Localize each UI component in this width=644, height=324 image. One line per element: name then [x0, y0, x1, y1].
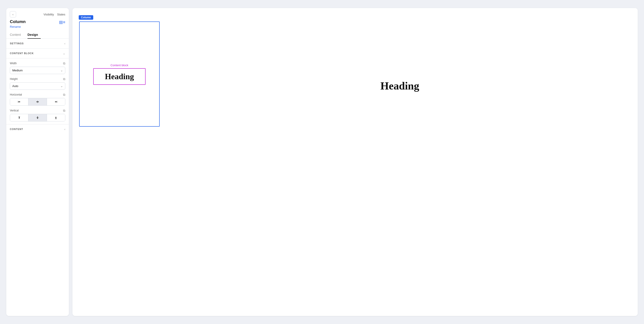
svg-rect-5: [55, 101, 57, 102]
vertical-label: Vertical: [10, 109, 18, 112]
svg-rect-4: [57, 101, 57, 103]
column-badge: Column: [79, 15, 93, 20]
tabs-row: Content Design: [6, 31, 69, 39]
svg-rect-3: [36, 101, 39, 102]
svg-rect-9: [37, 117, 38, 119]
settings-chevron-icon: ‹: [64, 42, 65, 45]
svg-rect-1: [18, 101, 20, 102]
visibility-tab[interactable]: Visibility: [44, 13, 54, 16]
h-align-center-btn[interactable]: [28, 98, 47, 105]
svg-rect-10: [55, 119, 57, 119]
height-select[interactable]: Auto Fixed Fill: [10, 82, 65, 90]
right-canvas: Column Content block Heading Heading: [72, 8, 638, 316]
content-block-label: CONTENT BLOCK: [10, 52, 34, 55]
svg-rect-11: [56, 117, 56, 119]
right-heading: Heading: [380, 80, 419, 92]
content-block-canvas-label: Content block: [110, 64, 128, 67]
height-label: Height: [10, 77, 18, 81]
tab-design[interactable]: Design: [28, 31, 41, 39]
horizontal-align-group: [10, 98, 65, 106]
v-align-bottom-btn[interactable]: [47, 114, 65, 121]
content-chevron-icon: ‹: [64, 128, 65, 131]
vertical-link-icon[interactable]: ⧉: [63, 109, 65, 113]
horizontal-label: Horizontal: [10, 93, 22, 96]
rename-link[interactable]: Rename: [10, 25, 65, 29]
left-panel: ‹ Visibility States Column ▤≡ Rename Con…: [6, 8, 69, 316]
width-link-icon[interactable]: ⧉: [63, 62, 65, 65]
content-block-section: Width ⧉ Small Medium Large Full Height ⧉…: [6, 58, 69, 124]
width-select-wrapper: Small Medium Large Full: [10, 67, 65, 74]
panel-title: Column: [10, 19, 26, 24]
vertical-label-row: Vertical ⧉: [10, 109, 65, 113]
horizontal-link-icon[interactable]: ⧉: [63, 93, 65, 97]
back-button[interactable]: ‹: [10, 11, 16, 18]
panel-top-row: ‹ Visibility States: [10, 11, 65, 18]
canvas-column-wrapper: Column Content block Heading: [79, 22, 160, 127]
width-label-row: Width ⧉: [10, 62, 65, 65]
heading-text-inside: Heading: [105, 72, 134, 81]
states-tab[interactable]: States: [57, 13, 65, 16]
content-block-wrapper: Content block Heading: [93, 64, 146, 85]
heading-box[interactable]: Heading: [93, 68, 146, 85]
settings-label: SETTINGS: [10, 42, 24, 45]
width-select[interactable]: Small Medium Large Full: [10, 67, 65, 74]
height-label-row: Height ⧉: [10, 77, 65, 81]
content-block-section-header[interactable]: CONTENT BLOCK ⌄: [6, 49, 69, 58]
content-block-chevron-icon: ⌄: [63, 52, 65, 55]
svg-rect-7: [19, 117, 20, 119]
h-align-right-btn[interactable]: [47, 98, 65, 105]
width-label: Width: [10, 62, 17, 65]
svg-rect-6: [18, 116, 20, 117]
vertical-align-group: [10, 114, 65, 122]
title-icon-row: Column ▤≡: [10, 19, 65, 25]
v-align-middle-btn[interactable]: [28, 114, 47, 121]
back-icon: ‹: [12, 13, 14, 16]
vis-states-row: Visibility States: [44, 13, 65, 16]
right-heading-area: Heading: [168, 15, 631, 92]
settings-section-header[interactable]: SETTINGS ‹: [6, 39, 69, 49]
content-section-header[interactable]: CONTENT ‹: [6, 124, 69, 134]
horizontal-label-row: Horizontal ⧉: [10, 93, 65, 97]
panel-header: ‹ Visibility States Column ▤≡ Rename: [6, 8, 69, 29]
tab-content[interactable]: Content: [10, 31, 24, 39]
height-select-wrapper: Auto Fixed Fill: [10, 82, 65, 90]
v-align-top-btn[interactable]: [10, 114, 28, 121]
canvas-column[interactable]: Content block Heading: [79, 22, 160, 127]
h-align-left-btn[interactable]: [10, 98, 28, 105]
column-icon: ▤≡: [59, 20, 65, 25]
content-section-label: CONTENT: [10, 128, 23, 130]
height-link-icon[interactable]: ⧉: [63, 77, 65, 81]
